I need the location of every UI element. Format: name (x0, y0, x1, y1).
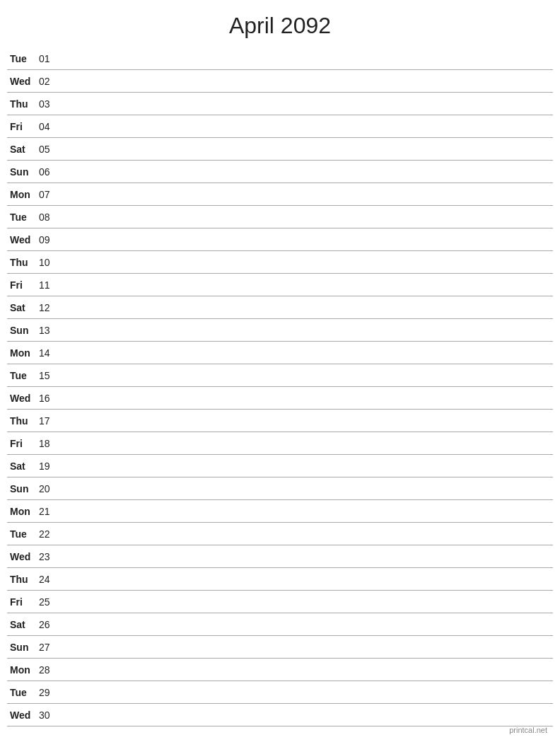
day-line (60, 58, 553, 59)
day-row: Wed16 (7, 387, 553, 410)
day-number: 15 (39, 370, 60, 381)
day-name: Thu (7, 574, 39, 585)
day-number: 30 (39, 710, 60, 721)
day-number: 17 (39, 415, 60, 427)
day-number: 24 (39, 574, 60, 585)
footer-text: printcal.net (509, 726, 547, 734)
day-line (60, 194, 553, 195)
day-number: 04 (39, 121, 60, 132)
day-name: Thu (7, 257, 39, 268)
day-name: Sun (7, 483, 39, 494)
day-number: 08 (39, 212, 60, 223)
day-row: Fri11 (7, 274, 553, 296)
day-line (60, 443, 553, 444)
day-line (60, 103, 553, 104)
day-name: Tue (7, 687, 39, 698)
day-number: 07 (39, 189, 60, 200)
day-row: Wed30 (7, 704, 553, 726)
day-name: Tue (7, 53, 39, 64)
day-number: 26 (39, 619, 60, 630)
day-row: Thu10 (7, 251, 553, 274)
day-row: Fri18 (7, 432, 553, 455)
day-name: Mon (7, 189, 39, 200)
day-name: Thu (7, 98, 39, 110)
day-row: Tue29 (7, 681, 553, 704)
day-row: Tue01 (7, 47, 553, 70)
day-number: 13 (39, 325, 60, 336)
day-name: Wed (7, 393, 39, 404)
day-line (60, 171, 553, 172)
day-number: 12 (39, 302, 60, 313)
day-line (60, 511, 553, 511)
day-number: 20 (39, 483, 60, 494)
day-row: Sat26 (7, 613, 553, 636)
day-name: Sat (7, 144, 39, 155)
day-row: Sat12 (7, 296, 553, 319)
day-number: 22 (39, 528, 60, 540)
day-row: Thu03 (7, 93, 553, 115)
day-line (60, 330, 553, 330)
day-line (60, 81, 553, 81)
day-row: Fri25 (7, 591, 553, 613)
day-name: Mon (7, 506, 39, 517)
day-number: 19 (39, 461, 60, 472)
day-name: Mon (7, 347, 39, 359)
day-name: Sat (7, 461, 39, 472)
day-number: 10 (39, 257, 60, 268)
day-line (60, 284, 553, 285)
day-line (60, 714, 553, 715)
day-line (60, 149, 553, 149)
day-line (60, 579, 553, 579)
day-row: Sat19 (7, 455, 553, 477)
day-name: Sat (7, 302, 39, 313)
day-row: Sun27 (7, 636, 553, 659)
day-line (60, 465, 553, 466)
day-line (60, 488, 553, 489)
day-number: 29 (39, 687, 60, 698)
day-number: 09 (39, 234, 60, 245)
day-row: Fri04 (7, 115, 553, 138)
day-line (60, 398, 553, 398)
day-row: Sat05 (7, 138, 553, 161)
day-line (60, 126, 553, 127)
day-row: Thu17 (7, 410, 553, 432)
day-name: Sun (7, 642, 39, 653)
day-row: Sun13 (7, 319, 553, 342)
day-number: 21 (39, 506, 60, 517)
day-name: Wed (7, 710, 39, 721)
day-line (60, 420, 553, 421)
day-row: Wed09 (7, 228, 553, 251)
day-number: 18 (39, 438, 60, 449)
day-number: 14 (39, 347, 60, 359)
day-name: Fri (7, 279, 39, 291)
day-name: Sun (7, 325, 39, 336)
day-row: Wed02 (7, 70, 553, 93)
day-number: 02 (39, 76, 60, 87)
day-line (60, 556, 553, 557)
day-line (60, 669, 553, 670)
day-line (60, 624, 553, 625)
day-name: Wed (7, 234, 39, 245)
calendar-container: Tue01Wed02Thu03Fri04Sat05Sun06Mon07Tue08… (0, 47, 560, 726)
day-row: Sun06 (7, 161, 553, 183)
day-row: Mon14 (7, 342, 553, 364)
day-number: 23 (39, 551, 60, 562)
day-line (60, 352, 553, 353)
day-line (60, 239, 553, 240)
page-title: April 2092 (0, 0, 560, 47)
day-number: 01 (39, 53, 60, 64)
day-name: Wed (7, 551, 39, 562)
day-row: Tue08 (7, 206, 553, 228)
day-line (60, 601, 553, 602)
day-name: Fri (7, 596, 39, 608)
day-row: Wed23 (7, 545, 553, 568)
day-name: Tue (7, 528, 39, 540)
day-name: Tue (7, 212, 39, 223)
day-line (60, 375, 553, 376)
day-line (60, 647, 553, 647)
day-row: Mon28 (7, 659, 553, 681)
day-row: Thu24 (7, 568, 553, 591)
day-name: Fri (7, 121, 39, 132)
day-line (60, 307, 553, 308)
day-number: 25 (39, 596, 60, 608)
